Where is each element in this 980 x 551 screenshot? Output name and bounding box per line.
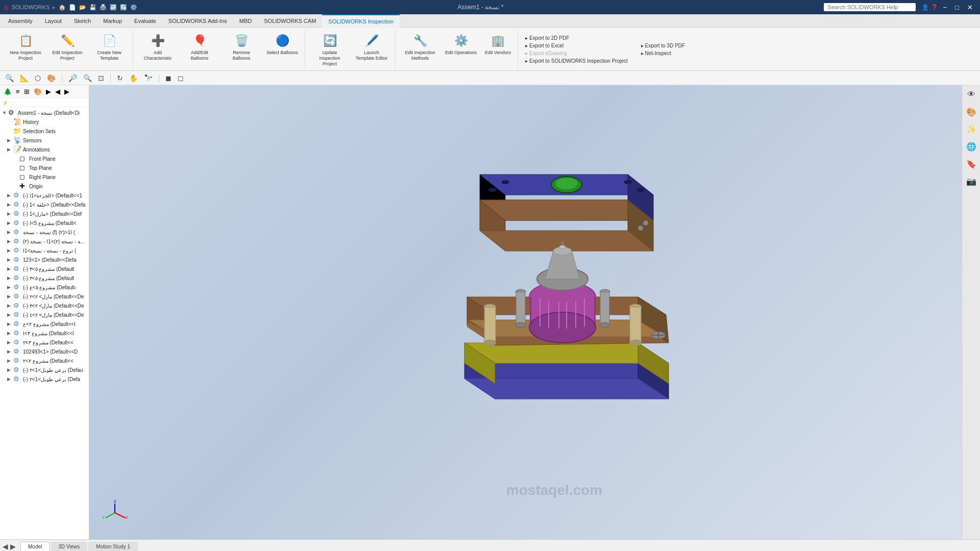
- display-states-button[interactable]: 🎨: [964, 105, 978, 119]
- tree-item-sensors[interactable]: ▶ 📡 Sensors: [0, 136, 89, 145]
- tree-item-component-8[interactable]: ▶ ⚙ 123<1> (Default<<Defa: [0, 255, 89, 264]
- configuration-tab[interactable]: ⊞: [22, 87, 31, 96]
- print-icon[interactable]: 🖨️: [100, 4, 107, 11]
- save-icon[interactable]: 💾: [89, 4, 96, 11]
- net-inspect-button[interactable]: ▸ Net-Inspect: [639, 50, 687, 57]
- options-icon[interactable]: ⚙️: [130, 4, 137, 11]
- 3d-views-tab[interactable]: 3D Views: [51, 542, 87, 551]
- tree-item-component-4[interactable]: ▶ ⚙ (-) مشروع 5>ا (Default<: [0, 218, 89, 228]
- remove-balloons-button[interactable]: 🗑️ Remove Balloons: [221, 31, 262, 63]
- undo-icon[interactable]: ↩️: [110, 4, 117, 11]
- user-icon[interactable]: 👤: [922, 4, 929, 11]
- launch-template-button[interactable]: 🖊️ Launch Template Editor: [351, 31, 392, 63]
- tree-item-component-18[interactable]: ▶ ⚙ 102493<1> (Default<<D: [0, 347, 89, 356]
- expand-icon[interactable]: ▶: [63, 87, 71, 96]
- next-tab-button[interactable]: ▶: [10, 542, 16, 551]
- wireframe-icon[interactable]: ◻: [176, 73, 186, 83]
- tree-item-history[interactable]: 📜 History: [0, 117, 89, 127]
- appearances-button[interactable]: ✨: [964, 122, 978, 136]
- tree-item-component-16[interactable]: ▶ ⚙ مشروع ٣>ا (Default<<I: [0, 329, 89, 338]
- 3d-viewport[interactable]: X Y Z mostaqel.com: [89, 85, 962, 539]
- zoom-in-icon[interactable]: 🔎: [66, 73, 79, 83]
- view-settings-button[interactable]: 👁: [964, 87, 978, 102]
- dynamic-zoom-icon[interactable]: 🔭: [142, 73, 155, 83]
- export-inspection-project-button[interactable]: ▸ Export to SOLIDWORKS Inspection Projec…: [523, 58, 630, 64]
- simulation-tab[interactable]: ▶: [44, 87, 53, 96]
- tab-mbd[interactable]: MBD: [233, 14, 258, 28]
- help-search-input[interactable]: [824, 3, 916, 11]
- tree-item-right-plane[interactable]: ◻ Right Plane: [0, 172, 89, 182]
- display-style-icon[interactable]: 🎨: [45, 73, 58, 83]
- property-manager-tab[interactable]: ≡: [14, 87, 21, 96]
- new-icon[interactable]: 📄: [69, 4, 76, 11]
- tree-item-component-9[interactable]: ▶ ⚙ (-) مشروع ٥>٣ (Default: [0, 264, 89, 273]
- export-2d-pdf-button[interactable]: ▸ Export to 2D PDF: [523, 35, 630, 41]
- tree-item-component-17[interactable]: ▶ ⚙ مشروع ٣>٢ (Default<<: [0, 338, 89, 347]
- zoom-fit-icon[interactable]: ⊡: [96, 73, 106, 83]
- tree-item-component-10[interactable]: ▶ ⚙ (-) مشروع ٥>٣ (Default: [0, 273, 89, 283]
- collapse-icon[interactable]: ◀: [54, 87, 62, 96]
- motion-study-tab[interactable]: Motion Study 1: [88, 542, 138, 551]
- tab-layout[interactable]: Layout: [39, 14, 68, 28]
- add-characteristic-button[interactable]: ➕ Add Characteristic: [137, 31, 178, 63]
- tree-item-component-11[interactable]: ▶ ⚙ (-) مشروع ٥>ع (Default-: [0, 283, 89, 292]
- tree-item-component-5[interactable]: ▶ ⚙ نسخة - نسخة (f) (٢)>1ا (: [0, 228, 89, 237]
- section-view-icon[interactable]: ⬡: [33, 73, 43, 83]
- tree-item-origin[interactable]: ✚ Origin: [0, 182, 89, 191]
- scene-button[interactable]: 🌐: [964, 139, 978, 154]
- tree-item-front-plane[interactable]: ◻ Front Plane: [0, 154, 89, 163]
- feature-tree-tab[interactable]: 🌲: [2, 87, 13, 96]
- tab-markup[interactable]: Markup: [97, 14, 128, 28]
- decals-button[interactable]: 🔖: [964, 157, 978, 171]
- tree-item-component-6[interactable]: ▶ ⚙ سخة - نسخة (٢)>1ا - نسخة (٢): [0, 237, 89, 246]
- help-icon[interactable]: ❓: [931, 4, 938, 11]
- edit-inspection-project-button[interactable]: ✏️ Edit Inspection Project: [47, 31, 88, 63]
- tree-item-selection-sets[interactable]: 📁 Selection Sets: [0, 127, 89, 136]
- tree-item-component-21[interactable]: ▶ ⚙ (-) برعي طويل>1>٢ (Defa: [0, 374, 89, 384]
- tab-solidworks-cam[interactable]: SOLIDWORKS CAM: [258, 14, 322, 28]
- edit-vendors-button[interactable]: 🏢 Edit Vendors: [481, 31, 514, 58]
- export-excel-button[interactable]: ▸ Export to Excel: [523, 42, 630, 49]
- tree-item-annotations[interactable]: ▶ 📝 Annotations: [0, 145, 89, 154]
- rotate-icon[interactable]: ↻: [115, 73, 125, 83]
- tree-item-component-14[interactable]: ▶ ⚙ (-) مارل> ٢>٤ (Default<<De: [0, 310, 89, 319]
- tree-item-component-20[interactable]: ▶ ⚙ (-) برعي طويل>1>٢ (Defau: [0, 365, 89, 374]
- open-icon[interactable]: 📂: [79, 4, 86, 11]
- tab-solidworks-addins[interactable]: SOLIDWORKS Add-Ins: [162, 14, 233, 28]
- pan-icon[interactable]: ✋: [127, 73, 140, 83]
- create-new-template-button[interactable]: 📄 Create New Template: [89, 31, 130, 63]
- camera-button[interactable]: 📷: [964, 174, 978, 188]
- tree-item-top-plane[interactable]: ◻ Top Plane: [0, 163, 89, 172]
- add-edit-balloons-button[interactable]: 🎈 Add/Edit Balloons: [179, 31, 220, 63]
- tree-root-item[interactable]: ▼ ⚙ Assem1 - نسخة (Default<Di: [0, 108, 89, 117]
- model-tab[interactable]: Model: [20, 542, 50, 551]
- tab-evaluate[interactable]: Evaluate: [128, 14, 162, 28]
- export-3d-pdf-button[interactable]: ▸ Export to 3D PDF: [639, 42, 687, 49]
- close-button[interactable]: ✕: [964, 3, 976, 12]
- tree-item-component-13[interactable]: ▶ ⚙ (-) مارل> ٢>٣ (Default<<De: [0, 301, 89, 310]
- minimize-button[interactable]: −: [940, 3, 950, 12]
- edit-methods-button[interactable]: 🔧 Edit Inspection Methods: [400, 31, 440, 63]
- home-icon[interactable]: 🏠: [59, 4, 66, 11]
- prev-tab-button[interactable]: ◀: [2, 542, 9, 551]
- maximize-button[interactable]: □: [952, 3, 962, 12]
- view-orient-icon[interactable]: 📐: [18, 73, 31, 83]
- tree-item-component-2[interactable]: ▶ ⚙ (-) حلقة >1> (Default<<Defa: [0, 200, 89, 209]
- redo-icon[interactable]: ↪️: [120, 4, 127, 11]
- tree-item-component-19[interactable]: ▶ ⚙ مشروع ٢>٢ (Default<<: [0, 356, 89, 365]
- tree-item-component-7[interactable]: ▶ ⚙ تروع - نسخة - نسخة>1ا (: [0, 246, 89, 255]
- zoom-out-icon[interactable]: 🔍: [81, 73, 94, 83]
- tree-item-component-12[interactable]: ▶ ⚙ (-) مارل> ٢>٢ (Default<<De: [0, 292, 89, 301]
- shaded-icon[interactable]: ◼: [163, 73, 174, 83]
- edit-operations-button[interactable]: ⚙️ Edit Operations: [442, 31, 480, 58]
- update-inspection-button[interactable]: 🔄 Update Inspection Project: [309, 31, 350, 68]
- tree-item-component-1[interactable]: ▶ ⚙ (-) الجزءة>1ا> (Default<<1: [0, 191, 89, 200]
- select-balloons-button[interactable]: 🔵 Select Balloons: [263, 31, 302, 58]
- tab-sketch[interactable]: Sketch: [68, 14, 97, 28]
- export-edrawing-button[interactable]: ▸ Export eDrawing: [523, 50, 630, 57]
- appearance-tab[interactable]: 🎨: [32, 87, 43, 96]
- tab-assembly[interactable]: Assembly: [2, 14, 39, 28]
- new-inspection-project-button[interactable]: 📋 New Inspection Project: [5, 31, 46, 63]
- tree-item-component-15[interactable]: ▶ ⚙ مشروع ٢>ع (Default<<I: [0, 319, 89, 329]
- tab-solidworks-inspection[interactable]: SOLIDWORKS Inspection: [322, 14, 400, 28]
